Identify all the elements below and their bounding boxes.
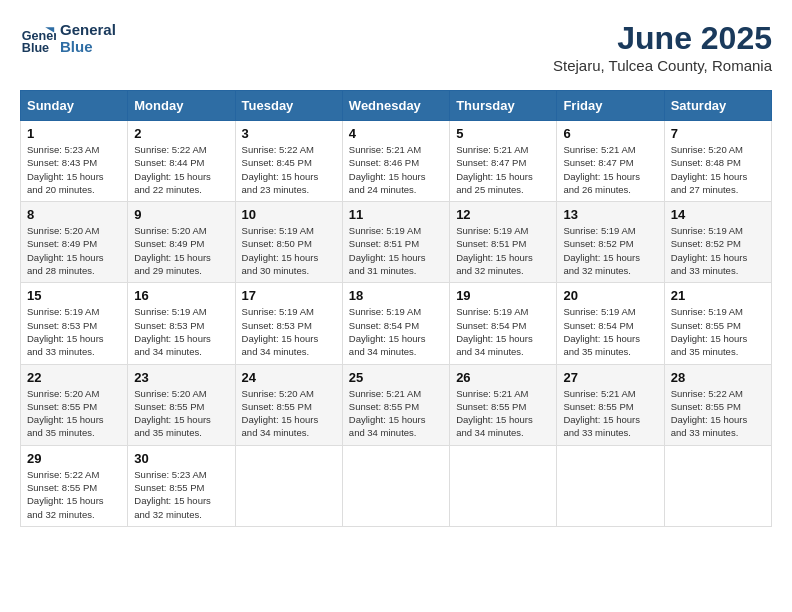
cell-info: Sunrise: 5:19 AMSunset: 8:53 PMDaylight:…: [27, 305, 121, 358]
calendar-cell: 20Sunrise: 5:19 AMSunset: 8:54 PMDayligh…: [557, 283, 664, 364]
cell-info: Sunrise: 5:20 AMSunset: 8:48 PMDaylight:…: [671, 143, 765, 196]
calendar-week-row: 22Sunrise: 5:20 AMSunset: 8:55 PMDayligh…: [21, 364, 772, 445]
day-number: 12: [456, 207, 550, 222]
calendar-cell: 12Sunrise: 5:19 AMSunset: 8:51 PMDayligh…: [450, 202, 557, 283]
day-number: 26: [456, 370, 550, 385]
col-header-friday: Friday: [557, 91, 664, 121]
day-number: 10: [242, 207, 336, 222]
day-number: 19: [456, 288, 550, 303]
cell-info: Sunrise: 5:21 AMSunset: 8:55 PMDaylight:…: [563, 387, 657, 440]
logo-line2: Blue: [60, 38, 116, 55]
calendar-cell: [664, 445, 771, 526]
day-number: 6: [563, 126, 657, 141]
logo-line1: General: [60, 21, 116, 38]
logo: General Blue General Blue: [20, 20, 116, 56]
day-number: 8: [27, 207, 121, 222]
calendar-cell: 16Sunrise: 5:19 AMSunset: 8:53 PMDayligh…: [128, 283, 235, 364]
day-number: 13: [563, 207, 657, 222]
day-number: 7: [671, 126, 765, 141]
calendar-week-row: 8Sunrise: 5:20 AMSunset: 8:49 PMDaylight…: [21, 202, 772, 283]
calendar-cell: 24Sunrise: 5:20 AMSunset: 8:55 PMDayligh…: [235, 364, 342, 445]
day-number: 24: [242, 370, 336, 385]
day-number: 17: [242, 288, 336, 303]
day-number: 20: [563, 288, 657, 303]
calendar-cell: 2Sunrise: 5:22 AMSunset: 8:44 PMDaylight…: [128, 121, 235, 202]
calendar-cell: 10Sunrise: 5:19 AMSunset: 8:50 PMDayligh…: [235, 202, 342, 283]
cell-info: Sunrise: 5:19 AMSunset: 8:54 PMDaylight:…: [349, 305, 443, 358]
calendar-week-row: 29Sunrise: 5:22 AMSunset: 8:55 PMDayligh…: [21, 445, 772, 526]
cell-info: Sunrise: 5:21 AMSunset: 8:55 PMDaylight:…: [456, 387, 550, 440]
calendar-cell: 23Sunrise: 5:20 AMSunset: 8:55 PMDayligh…: [128, 364, 235, 445]
cell-info: Sunrise: 5:23 AMSunset: 8:43 PMDaylight:…: [27, 143, 121, 196]
cell-info: Sunrise: 5:19 AMSunset: 8:52 PMDaylight:…: [671, 224, 765, 277]
title-area: June 2025 Stejaru, Tulcea County, Romani…: [553, 20, 772, 74]
cell-info: Sunrise: 5:21 AMSunset: 8:55 PMDaylight:…: [349, 387, 443, 440]
day-number: 5: [456, 126, 550, 141]
col-header-saturday: Saturday: [664, 91, 771, 121]
calendar-week-row: 1Sunrise: 5:23 AMSunset: 8:43 PMDaylight…: [21, 121, 772, 202]
cell-info: Sunrise: 5:23 AMSunset: 8:55 PMDaylight:…: [134, 468, 228, 521]
calendar-header-row: SundayMondayTuesdayWednesdayThursdayFrid…: [21, 91, 772, 121]
cell-info: Sunrise: 5:20 AMSunset: 8:55 PMDaylight:…: [27, 387, 121, 440]
day-number: 30: [134, 451, 228, 466]
calendar-cell: 25Sunrise: 5:21 AMSunset: 8:55 PMDayligh…: [342, 364, 449, 445]
cell-info: Sunrise: 5:19 AMSunset: 8:51 PMDaylight:…: [456, 224, 550, 277]
day-number: 15: [27, 288, 121, 303]
col-header-tuesday: Tuesday: [235, 91, 342, 121]
cell-info: Sunrise: 5:19 AMSunset: 8:53 PMDaylight:…: [134, 305, 228, 358]
cell-info: Sunrise: 5:22 AMSunset: 8:55 PMDaylight:…: [27, 468, 121, 521]
calendar-cell: [235, 445, 342, 526]
cell-info: Sunrise: 5:19 AMSunset: 8:54 PMDaylight:…: [456, 305, 550, 358]
cell-info: Sunrise: 5:19 AMSunset: 8:54 PMDaylight:…: [563, 305, 657, 358]
calendar-cell: 6Sunrise: 5:21 AMSunset: 8:47 PMDaylight…: [557, 121, 664, 202]
day-number: 18: [349, 288, 443, 303]
day-number: 21: [671, 288, 765, 303]
cell-info: Sunrise: 5:19 AMSunset: 8:50 PMDaylight:…: [242, 224, 336, 277]
day-number: 29: [27, 451, 121, 466]
day-number: 14: [671, 207, 765, 222]
calendar-cell: 27Sunrise: 5:21 AMSunset: 8:55 PMDayligh…: [557, 364, 664, 445]
calendar-cell: 26Sunrise: 5:21 AMSunset: 8:55 PMDayligh…: [450, 364, 557, 445]
calendar-cell: [557, 445, 664, 526]
calendar-cell: 9Sunrise: 5:20 AMSunset: 8:49 PMDaylight…: [128, 202, 235, 283]
cell-info: Sunrise: 5:22 AMSunset: 8:44 PMDaylight:…: [134, 143, 228, 196]
calendar-cell: 18Sunrise: 5:19 AMSunset: 8:54 PMDayligh…: [342, 283, 449, 364]
col-header-monday: Monday: [128, 91, 235, 121]
calendar-cell: 29Sunrise: 5:22 AMSunset: 8:55 PMDayligh…: [21, 445, 128, 526]
calendar-cell: 19Sunrise: 5:19 AMSunset: 8:54 PMDayligh…: [450, 283, 557, 364]
cell-info: Sunrise: 5:19 AMSunset: 8:55 PMDaylight:…: [671, 305, 765, 358]
calendar-cell: [342, 445, 449, 526]
day-number: 16: [134, 288, 228, 303]
calendar-cell: 8Sunrise: 5:20 AMSunset: 8:49 PMDaylight…: [21, 202, 128, 283]
cell-info: Sunrise: 5:21 AMSunset: 8:47 PMDaylight:…: [456, 143, 550, 196]
calendar-cell: 14Sunrise: 5:19 AMSunset: 8:52 PMDayligh…: [664, 202, 771, 283]
day-number: 1: [27, 126, 121, 141]
cell-info: Sunrise: 5:21 AMSunset: 8:47 PMDaylight:…: [563, 143, 657, 196]
cell-info: Sunrise: 5:19 AMSunset: 8:52 PMDaylight:…: [563, 224, 657, 277]
cell-info: Sunrise: 5:20 AMSunset: 8:49 PMDaylight:…: [134, 224, 228, 277]
day-number: 25: [349, 370, 443, 385]
cell-info: Sunrise: 5:20 AMSunset: 8:55 PMDaylight:…: [134, 387, 228, 440]
cell-info: Sunrise: 5:22 AMSunset: 8:45 PMDaylight:…: [242, 143, 336, 196]
day-number: 4: [349, 126, 443, 141]
calendar-cell: 13Sunrise: 5:19 AMSunset: 8:52 PMDayligh…: [557, 202, 664, 283]
cell-info: Sunrise: 5:20 AMSunset: 8:49 PMDaylight:…: [27, 224, 121, 277]
calendar-cell: 1Sunrise: 5:23 AMSunset: 8:43 PMDaylight…: [21, 121, 128, 202]
cell-info: Sunrise: 5:19 AMSunset: 8:51 PMDaylight:…: [349, 224, 443, 277]
day-number: 27: [563, 370, 657, 385]
day-number: 3: [242, 126, 336, 141]
col-header-sunday: Sunday: [21, 91, 128, 121]
page-header: General Blue General Blue June 2025 Stej…: [20, 20, 772, 74]
calendar-cell: 28Sunrise: 5:22 AMSunset: 8:55 PMDayligh…: [664, 364, 771, 445]
page-subtitle: Stejaru, Tulcea County, Romania: [553, 57, 772, 74]
cell-info: Sunrise: 5:22 AMSunset: 8:55 PMDaylight:…: [671, 387, 765, 440]
cell-info: Sunrise: 5:20 AMSunset: 8:55 PMDaylight:…: [242, 387, 336, 440]
svg-text:Blue: Blue: [22, 41, 49, 55]
day-number: 22: [27, 370, 121, 385]
cell-info: Sunrise: 5:21 AMSunset: 8:46 PMDaylight:…: [349, 143, 443, 196]
day-number: 23: [134, 370, 228, 385]
calendar-cell: 3Sunrise: 5:22 AMSunset: 8:45 PMDaylight…: [235, 121, 342, 202]
calendar-cell: 7Sunrise: 5:20 AMSunset: 8:48 PMDaylight…: [664, 121, 771, 202]
calendar-cell: 4Sunrise: 5:21 AMSunset: 8:46 PMDaylight…: [342, 121, 449, 202]
col-header-thursday: Thursday: [450, 91, 557, 121]
